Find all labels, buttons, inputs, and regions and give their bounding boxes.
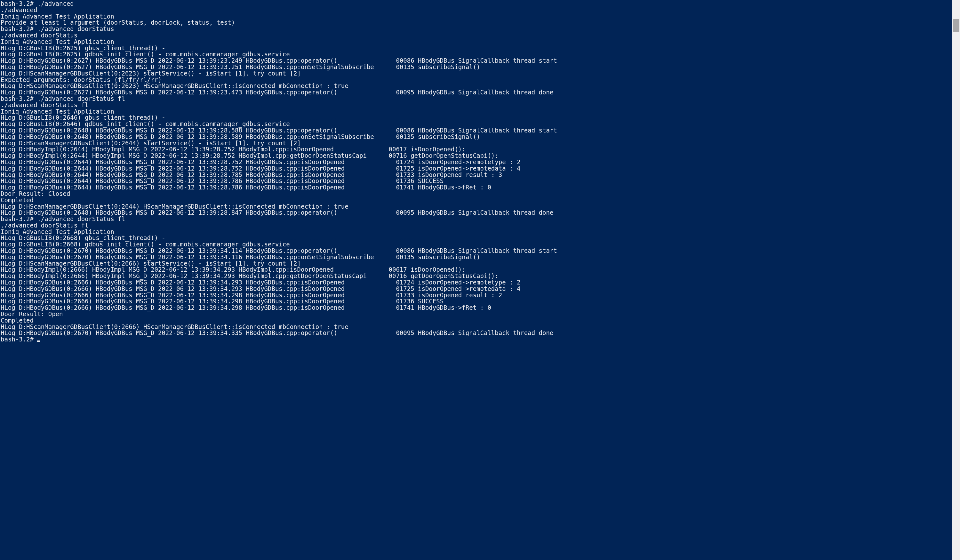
terminal-line: HLog D:HBodyGDBus(0:2644) HBodyGDBus MSG… [1,184,952,191]
terminal-line: HLog D:HBodyGDBus(0:2670) HBodyGDBus MSG… [1,248,952,254]
terminal-line: ./advanced doorStatus [1,32,952,39]
terminal-output[interactable]: bash-3.2# ./advanced./advancedIoniq Adva… [0,0,952,560]
terminal-line: ./advanced doorStatus fl [1,102,952,109]
terminal-line: HLog D:HBodyGDBus(0:2648) HBodyGDBus MSG… [1,127,952,134]
terminal-line: HLog D:HBodyGDBus(0:2666) HBodyGDBus MSG… [1,305,952,311]
terminal-line: bash-3.2# ./advanced doorStatus [1,26,952,32]
terminal-line: HLog D:GBusLIB(0:2646) gdbus_init_client… [1,121,952,127]
terminal-line: HLog D:HBodyGDBus(0:2670) HBodyGDBus MSG… [1,330,952,336]
terminal-line: HLog D:HBodyGDBus(0:2627) HBodyGDBus MSG… [1,64,952,70]
terminal-line: bash-3.2# ./advanced [1,1,952,7]
terminal-line: HLog D:HBodyGDBus(0:2648) HBodyGDBus MSG… [1,210,952,216]
terminal-line: HLog D:HBodyGDBus(0:2666) HBodyGDBus MSG… [1,279,952,286]
terminal-line: bash-3.2# ./advanced doorStatus fl [1,216,952,222]
terminal-line: HLog D:HBodyGDBus(0:2666) HBodyGDBus MSG… [1,286,952,292]
terminal-line: Ioniq Advanced Test Application [1,39,952,45]
terminal-line: Door Result: Closed [1,191,952,197]
terminal-line: HLog D:HBodyImpl(0:2644) HBodyImpl MSG_D… [1,153,952,159]
cursor [37,341,40,342]
terminal-line: Completed [1,317,952,324]
prompt[interactable]: bash-3.2# [1,336,37,343]
terminal-line: HLog D:HBodyGDBus(0:2648) HBodyGDBus MSG… [1,134,952,140]
terminal-line: bash-3.2# ./advanced doorStatus fl [1,96,952,102]
scrollbar-track[interactable] [952,0,960,560]
scrollbar-thumb[interactable] [953,19,959,32]
terminal-line: Provide at least 1 argument (doorStatus,… [1,19,952,26]
terminal-line: HLog D:HScanManagerGDBusClient(0:2623) s… [1,70,952,77]
terminal-line: Door Result: Open [1,311,952,317]
terminal-line: HLog D:HBodyGDBus(0:2670) HBodyGDBus MSG… [1,254,952,261]
terminal-line: HLog D:HBodyGDBus(0:2644) HBodyGDBus MSG… [1,159,952,165]
terminal-line: ./advanced [1,7,952,13]
terminal-line: ./advanced doorStatus fl [1,222,952,229]
terminal-window: bash-3.2# ./advanced./advancedIoniq Adva… [0,0,960,560]
terminal-line: Completed [1,197,952,203]
terminal-line: HLog D:HBodyGDBus(0:2627) HBodyGDBus MSG… [1,58,952,64]
terminal-line: HLog D:HBodyGDBus(0:2644) HBodyGDBus MSG… [1,165,952,172]
terminal-line: HLog D:HBodyGDBus(0:2627) HBodyGDBus MSG… [1,89,952,96]
